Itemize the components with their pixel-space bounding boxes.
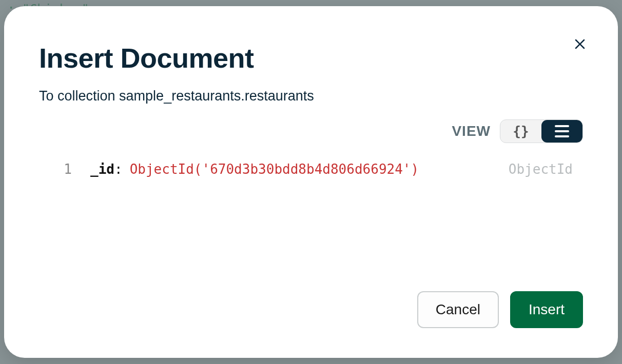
collection-name: sample_restaurants.restaurants	[119, 88, 314, 104]
braces-icon: {}	[513, 124, 529, 139]
editor-content[interactable]: _id: ObjectId('670d3b30bdd8b4d806d66924'…	[90, 161, 583, 177]
close-icon	[572, 36, 588, 52]
field-colon: :	[114, 161, 123, 177]
field-type[interactable]: ObjectId	[509, 161, 583, 177]
view-label: VIEW	[452, 123, 491, 139]
line-number: 1	[39, 161, 90, 177]
modal-footer: Cancel Insert	[417, 291, 583, 328]
insert-document-modal: Insert Document To collection sample_res…	[4, 6, 618, 358]
cancel-button[interactable]: Cancel	[417, 291, 499, 328]
document-editor[interactable]: 1 _id: ObjectId('670d3b30bdd8b4d806d6692…	[39, 161, 583, 177]
field-value[interactable]: ObjectId('670d3b30bdd8b4d806d66924')	[130, 161, 419, 177]
view-list-button[interactable]	[541, 120, 582, 143]
modal-title: Insert Document	[39, 42, 583, 74]
close-button[interactable]	[572, 36, 588, 54]
view-controls: VIEW {}	[39, 119, 583, 143]
insert-button[interactable]: Insert	[510, 291, 583, 328]
view-toggle: {}	[500, 119, 583, 143]
modal-subtitle: To collection sample_restaurants.restaur…	[39, 88, 583, 104]
field-key[interactable]: _id	[90, 161, 114, 177]
view-json-button[interactable]: {}	[500, 120, 541, 143]
editor-row[interactable]: 1 _id: ObjectId('670d3b30bdd8b4d806d6692…	[39, 161, 583, 177]
subtitle-prefix: To collection	[39, 88, 119, 104]
list-icon	[555, 125, 569, 137]
